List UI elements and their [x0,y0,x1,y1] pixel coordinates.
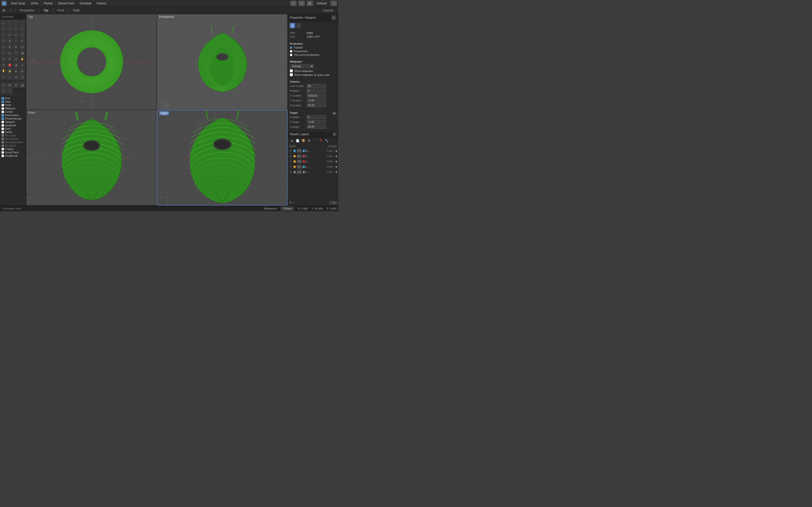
layer-color-dot-4[interactable] [293,171,296,173]
layer-row-2[interactable]: 👁 L... Conti... ◆ [288,159,338,164]
layer-color-dot-2[interactable] [293,160,296,163]
wallpaper-choose-select[interactable]: Choose... [290,64,314,68]
snap-tangent[interactable]: Tangent [1,120,24,124]
circle-tool[interactable]: ○ [0,26,6,32]
layer-tool[interactable]: ◈ [13,68,19,74]
layouts-button[interactable]: Layouts... [321,8,337,12]
snap-knot[interactable]: Knot [1,127,24,130]
snap-intersection-checkbox[interactable] [1,114,4,117]
viewport-single-icon[interactable]: □ [8,7,13,13]
light-tool[interactable]: 💡 [0,68,6,74]
freeform-tool[interactable]: 〜 [13,26,19,32]
mirror-tool[interactable]: ⟺ [19,44,25,50]
perspective-radio[interactable] [290,50,292,53]
add-layer-button[interactable]: + [289,201,292,205]
layer-row-0[interactable]: 👁 D... Conti... ◆ [288,148,338,154]
viewport-top[interactable]: Top x y [26,14,157,110]
snap-point-checkbox[interactable] [1,104,4,107]
tab-perspective[interactable]: Perspective [17,8,38,13]
analysis-tool[interactable]: ⌕ [0,50,6,56]
show-grayscale-checkbox[interactable] [290,73,293,76]
snap-perpendicular-checkbox[interactable] [1,117,4,120]
layer-color-dot-3[interactable] [293,166,296,168]
mesh-tool[interactable]: ⬡ [0,38,6,44]
align-tool[interactable]: ≡ [0,74,6,80]
snap-onmesh[interactable]: On mesh [1,144,24,147]
copy-tool[interactable]: ⊕ [13,44,19,50]
target-settings-icon[interactable]: ⚙▾ [333,111,337,115]
layer-row-4[interactable]: 👁 L... Conti... ◆ [288,169,338,175]
snap-vertex-checkbox[interactable] [1,131,4,133]
layers-icon-7[interactable]: 🔧 [324,138,329,143]
snap-quadrant-checkbox[interactable] [1,124,4,127]
properties-settings-icon[interactable]: ⚙ [331,15,337,20]
sphere-tool[interactable]: ● [7,32,12,38]
rotation-input[interactable] [307,89,326,93]
xloc-input[interactable] [307,94,326,98]
snap-intersection[interactable]: Intersection [1,113,24,117]
snap-center-checkbox[interactable] [1,111,4,113]
snap-end-checkbox[interactable] [1,97,4,100]
snap-tangent-checkbox[interactable] [1,121,4,123]
pan-tool[interactable]: ✋ [19,56,25,62]
render-tool[interactable]: ◑ [13,62,19,68]
xtgt-input[interactable] [307,115,326,119]
record-icon[interactable]: ⊙ [298,1,305,6]
snap-tool[interactable]: ⊡ [13,74,19,80]
misc-tool-4[interactable]: ◪ [19,82,25,88]
zoom-out-tool[interactable]: ⊖ [13,56,19,62]
layers-icon-2[interactable]: 📄 [295,138,300,143]
dimension-tool[interactable]: ⟵ [7,50,12,56]
extrude-tool[interactable]: ↑ [13,38,19,44]
viewport-grid-icon[interactable]: ⊞ [1,7,7,13]
viewport-perspective[interactable]: Perspective Z x y [157,14,288,110]
layer-vis-icon-2[interactable]: 👁 [289,160,292,163]
layer-row-3[interactable]: 👁 L... Conti... ◆ [288,164,338,169]
misc-tool-3[interactable]: ⊡ [13,82,19,88]
layer-vis-icon-3[interactable]: 👁 [289,165,292,169]
misc-tool-2[interactable]: ⊞ [7,82,12,88]
object-props-icon[interactable]: □ [296,23,301,28]
twopt-radio[interactable] [290,54,292,56]
expand-icon[interactable]: ⤢ [331,1,337,6]
stop-icon[interactable]: ■ [307,1,313,6]
point-tool[interactable]: · [7,20,12,25]
snap-near-checkbox[interactable] [1,101,4,103]
show-wallpaper-checkbox[interactable] [290,69,293,72]
snap-project[interactable]: Project [1,147,24,151]
curve-tool[interactable]: ⌒ [13,20,19,25]
viewport-front[interactable]: Front z x [26,110,157,206]
wallpaper-choose-row[interactable]: Choose... [290,64,337,68]
move-tool[interactable]: ✥ [7,44,12,50]
misc-tool-5[interactable]: ↗ [0,88,6,94]
menu-gumball[interactable]: Gumball [77,1,94,6]
snap-onpolysurface[interactable]: On polysurface [1,140,24,144]
snap-perpendicular[interactable]: Perpendicular [1,117,24,120]
box-tool[interactable]: ◻ [13,32,19,38]
snap-oncurve[interactable]: On curve [1,134,24,137]
offset-tool[interactable]: ≡ [0,32,6,38]
revolve-tool[interactable]: ↻ [19,38,25,44]
settings-tool[interactable]: ⚙ [19,68,25,74]
hatch-tool[interactable]: ▦ [19,50,25,56]
tab-right[interactable]: Right [70,8,83,13]
tab-front[interactable]: Front [54,8,67,13]
lock-tool[interactable]: 🔒 [7,68,12,74]
rect-tool[interactable]: □ [19,26,25,32]
snap-disableall-checkbox[interactable] [1,155,4,157]
layers-color-picker[interactable]: ⬛▾ [329,201,337,205]
misc-tool-1[interactable]: ⟵ [0,82,6,88]
layer-color-dot-1[interactable] [293,155,296,157]
layers-icon-4[interactable]: 🖥 [307,138,311,143]
menu-smarttrack[interactable]: SmartTrack [56,1,77,6]
yloc-input[interactable] [307,99,326,102]
parallel-radio[interactable] [290,46,292,49]
layers-icon-3[interactable]: 📦 [301,138,306,143]
viewport-props-icon[interactable]: 🖥 [290,23,295,28]
snap-smarttrack-checkbox[interactable] [1,151,4,154]
snap-near[interactable]: Near [1,100,24,103]
snap-center[interactable]: Center [1,110,24,113]
select-tool[interactable]: ↖ [0,20,6,25]
lens-input[interactable] [307,84,326,88]
snap-midpoint[interactable]: Midpoint [1,107,24,110]
